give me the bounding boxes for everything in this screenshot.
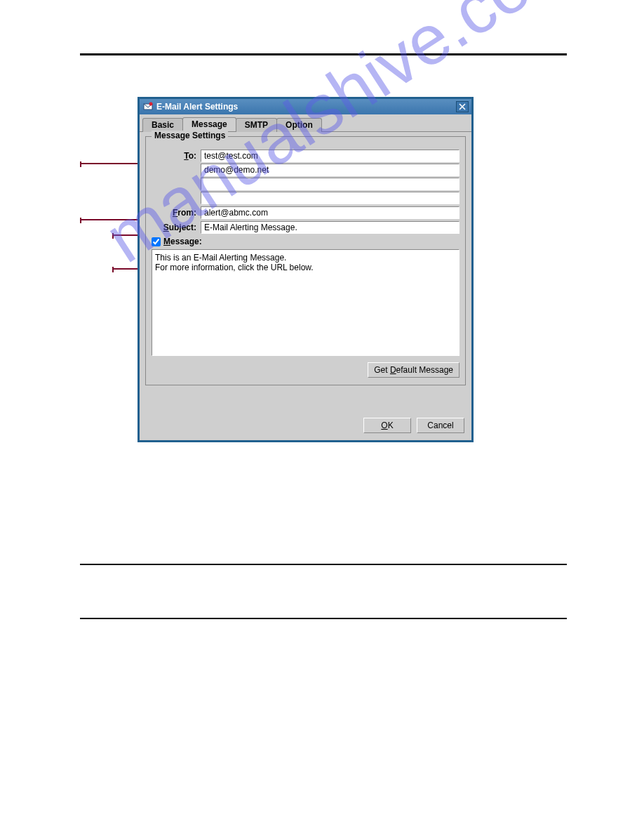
page-divider-top [80,53,567,55]
tab-smtp[interactable]: SMTP [236,118,277,132]
from-label: From: [152,206,201,218]
tabstrip: Basic Message SMTP Option [140,114,471,131]
email-alert-settings-dialog: E-Mail Alert Settings Basic Message SMTP… [137,97,474,442]
to-field-3[interactable] [201,178,459,190]
tab-option[interactable]: Option [276,118,322,132]
from-field[interactable] [201,206,459,219]
to-label: To: [152,150,201,161]
message-settings-group: Message Settings To: From: [145,136,466,385]
group-legend: Message Settings [152,131,228,140]
page-divider-bottom [80,618,567,619]
cancel-button[interactable]: Cancel [417,418,464,433]
ok-button[interactable]: OK [363,418,411,433]
titlebar[interactable]: E-Mail Alert Settings [140,99,471,114]
tab-basic[interactable]: Basic [142,118,183,132]
mail-icon [142,101,154,112]
subject-label: Subject: [152,221,201,232]
tab-message[interactable]: Message [182,117,236,131]
to-field-4[interactable] [201,192,459,204]
message-checkbox[interactable] [152,237,161,246]
close-button[interactable] [456,101,469,112]
subject-field[interactable] [201,221,459,234]
to-field-1[interactable] [201,150,459,162]
message-textarea[interactable] [152,249,459,356]
window-title: E-Mail Alert Settings [156,102,456,112]
get-default-message-button[interactable]: Get Default Message [368,362,459,378]
message-label: Message: [163,237,202,246]
svg-point-1 [149,102,153,106]
page-divider-mid [80,564,567,565]
to-field-2[interactable] [201,164,459,176]
